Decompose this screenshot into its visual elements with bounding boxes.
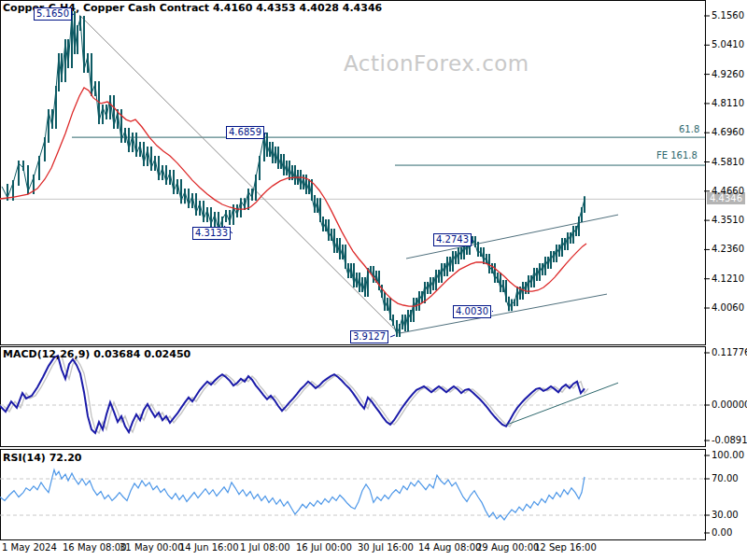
rsi-value: 72.20 — [49, 452, 82, 464]
chart-window: ActionForex.com Copper-C,H4, Copper Cash… — [0, 0, 747, 560]
macd-values: 0.03684 0.02450 — [93, 348, 190, 360]
rsi-indicator-label: RSI(14) 72.20 — [3, 452, 82, 464]
rsi-line — [0, 469, 585, 520]
macd-name: MACD(12,26,9) — [3, 348, 90, 360]
channel-upper-line — [406, 215, 618, 259]
annotation-pointer-line — [492, 311, 493, 312]
symbol-title: Copper-C,H4, Copper Cash Contract — [3, 2, 209, 14]
chart-title: Copper-C,H4, Copper Cash Contract 4.4160… — [3, 2, 382, 14]
ohlc-values: 4.4160 4.4353 4.4028 4.4346 — [213, 2, 382, 14]
annotation-pointer-line — [224, 226, 233, 233]
close-line — [2, 14, 585, 334]
downtrend-line — [79, 15, 399, 333]
chart-canvas — [0, 0, 747, 560]
macd-indicator-label: MACD(12,26,9) 0.03684 0.02450 — [3, 348, 190, 360]
annotation-pointer-line — [390, 335, 395, 337]
rsi-name: RSI(14) — [3, 452, 46, 464]
channel-lower-line — [399, 294, 607, 333]
candlesticks — [7, 11, 585, 337]
